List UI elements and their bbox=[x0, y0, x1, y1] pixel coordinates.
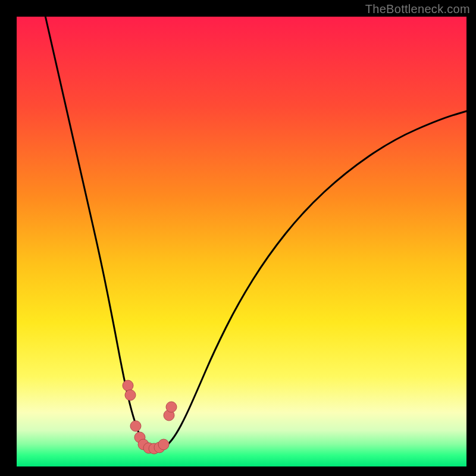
highlight-bead bbox=[166, 402, 177, 412]
highlight-bead bbox=[130, 421, 141, 431]
chart-svg bbox=[0, 0, 476, 476]
highlight-bead bbox=[158, 439, 169, 450]
highlight-bead bbox=[123, 380, 133, 391]
watermark-label: TheBottleneck.com bbox=[365, 2, 470, 16]
highlight-bead bbox=[125, 390, 136, 400]
chart-stage: TheBottleneck.com bbox=[0, 0, 476, 476]
plot-background bbox=[17, 17, 466, 466]
